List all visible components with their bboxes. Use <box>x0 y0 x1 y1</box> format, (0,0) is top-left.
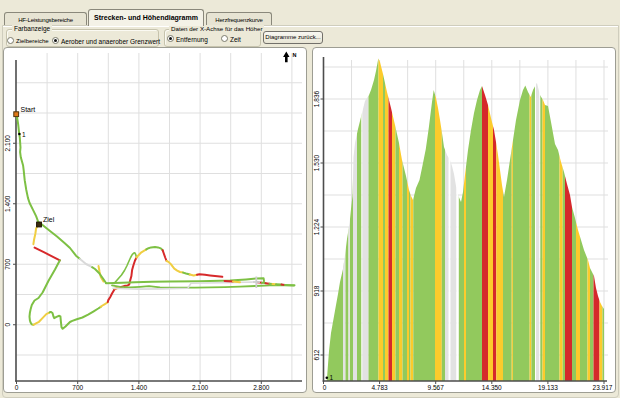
svg-text:4.783: 4.783 <box>371 384 388 391</box>
svg-text:Start: Start <box>21 106 36 113</box>
svg-text:Ziel: Ziel <box>43 216 55 223</box>
svg-text:2.100: 2.100 <box>192 384 209 391</box>
svg-text:1: 1 <box>330 374 334 381</box>
svg-text:0: 0 <box>4 323 11 327</box>
svg-text:918: 918 <box>313 285 320 296</box>
svg-text:1.400: 1.400 <box>131 384 148 391</box>
svg-text:1.836: 1.836 <box>313 90 320 107</box>
svg-text:0: 0 <box>15 384 19 391</box>
svg-text:9.567: 9.567 <box>428 384 445 391</box>
svg-text:14.350: 14.350 <box>482 384 502 391</box>
svg-text:700: 700 <box>72 384 83 391</box>
svg-text:1.400: 1.400 <box>4 195 11 212</box>
svg-text:19.133: 19.133 <box>538 384 558 391</box>
svg-text:612: 612 <box>313 349 320 360</box>
svg-text:1.224: 1.224 <box>313 218 320 235</box>
svg-text:2.800: 2.800 <box>253 384 270 391</box>
svg-text:1: 1 <box>22 131 26 138</box>
svg-text:700: 700 <box>4 258 11 269</box>
svg-text:N: N <box>293 52 297 58</box>
svg-text:0: 0 <box>323 384 327 391</box>
svg-text:23.917: 23.917 <box>593 384 613 391</box>
svg-text:2.100: 2.100 <box>4 135 11 152</box>
svg-text:1.530: 1.530 <box>313 154 320 171</box>
